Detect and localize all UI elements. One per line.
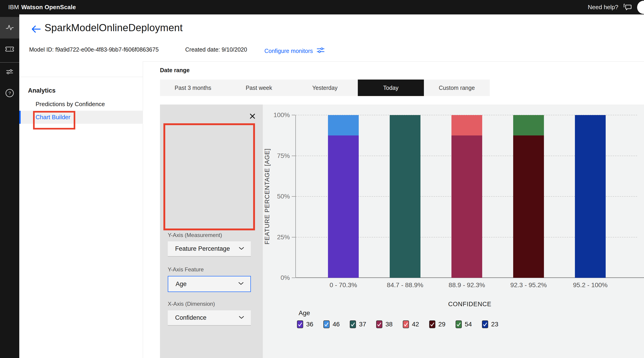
legend-item-age-23[interactable]: 23: [482, 320, 498, 328]
x-tick-label: 0 - 70.3%: [311, 281, 376, 289]
x-axis-dimension-select[interactable]: Confidence: [168, 310, 251, 326]
app-root: IBMWatson OpenScale Need help?: [0, 0, 644, 358]
bar-segment-age-38[interactable]: [452, 136, 482, 278]
filter-sliders-icon: [316, 46, 325, 55]
legend-item-age-38[interactable]: 38: [376, 320, 392, 328]
brand-name: Watson OpenScale: [21, 4, 76, 10]
analytics-panel: Analytics Predictions by Confidence Char…: [19, 61, 143, 358]
y-tick-mark: [292, 237, 296, 237]
y-tick-mark: [292, 196, 296, 197]
date-range-label: Date range: [160, 67, 190, 74]
configure-monitors-link[interactable]: Configure monitors: [264, 46, 325, 55]
legend-item-age-54[interactable]: 54: [456, 320, 472, 328]
bar-segment-age-29[interactable]: [513, 136, 544, 278]
legend-checkbox[interactable]: [297, 320, 303, 328]
legend-item-age-29[interactable]: 29: [429, 320, 446, 328]
help-icon: ?: [4, 88, 15, 99]
legend-value: 29: [438, 321, 446, 328]
legend-checkbox[interactable]: [482, 320, 488, 328]
tab-custom-range[interactable]: Custom range: [424, 80, 490, 96]
page-title: SparkModelOnlineDeployment: [44, 22, 183, 33]
need-help-link[interactable]: Need help?: [588, 4, 618, 11]
selected-indicator: [19, 111, 21, 124]
legend-checkbox[interactable]: [324, 320, 330, 328]
bar-segment-age-37[interactable]: [390, 115, 420, 278]
tab-yesterday[interactable]: Yesterday: [292, 80, 358, 96]
legend-checkbox[interactable]: [350, 320, 356, 328]
legend-item-age-37[interactable]: 37: [350, 320, 366, 328]
sidebar-item-predictions-by-confidence[interactable]: Predictions by Confidence: [19, 98, 143, 111]
x-tick-label: 84.7 - 88.9%: [373, 281, 437, 289]
brand: IBMWatson OpenScale: [8, 4, 76, 11]
nav-item-help[interactable]: ?: [0, 83, 19, 104]
analytics-heading: Analytics: [28, 87, 56, 94]
x-tick-label: 88.9 - 92.3%: [435, 281, 499, 289]
legend: 3646373842295423: [297, 320, 498, 328]
model-id: Model ID: f9a9d722-e00e-4f83-9bb7-f606f0…: [29, 46, 158, 53]
nav-item-insights[interactable]: [0, 17, 19, 38]
sliders-icon: [5, 67, 14, 77]
bar-segment-age-54[interactable]: [513, 115, 544, 136]
chart-builder-panel: Y-Axis (Measurement) Feature Percentage …: [160, 105, 263, 358]
tab-today[interactable]: Today: [358, 80, 424, 96]
bar-segment-age-46[interactable]: [328, 115, 359, 136]
y-axis-measurement-select[interactable]: Feature Percentage: [168, 241, 251, 256]
legend-checkbox[interactable]: [403, 320, 409, 328]
activity-icon: [5, 23, 14, 33]
close-button[interactable]: [248, 112, 256, 120]
tab-past-week[interactable]: Past week: [226, 80, 292, 96]
y-tick-mark: [292, 278, 296, 278]
back-button[interactable]: [30, 24, 42, 34]
y-tick-label: 25%: [263, 233, 290, 241]
nav-item-deployments[interactable]: [0, 38, 19, 60]
legend-value: 42: [412, 321, 419, 328]
legend-title: Age: [298, 309, 310, 317]
bar-segment-age-23[interactable]: [575, 115, 606, 278]
legend-checkbox[interactable]: [429, 320, 436, 328]
configure-monitors-label: Configure monitors: [264, 48, 313, 54]
svg-text:?: ?: [8, 91, 11, 96]
legend-value: 54: [465, 321, 472, 328]
meta-row: Model ID: f9a9d722-e00e-4f83-9bb7-f606f0…: [0, 45, 644, 54]
x-axis-title: CONFIDENCE: [448, 301, 492, 308]
legend-value: 23: [491, 321, 498, 328]
sidebar-item-label: Chart Builder: [36, 114, 70, 121]
legend-item-age-42[interactable]: 42: [403, 320, 419, 328]
y-axis-feature-select[interactable]: Age: [168, 276, 251, 292]
select-value: Confidence: [175, 314, 206, 321]
y-tick-label: 0%: [263, 274, 290, 282]
legend-item-age-46[interactable]: 46: [324, 320, 340, 328]
select-value: Age: [176, 281, 186, 288]
brand-prefix: IBM: [8, 4, 19, 10]
ticket-icon: [5, 44, 14, 54]
x-tick-label: 92.3 - 95.2%: [496, 281, 561, 289]
x-tick-label: 95.2 - 100%: [558, 281, 622, 289]
sidebar-item-chart-builder[interactable]: Chart Builder: [19, 111, 143, 124]
legend-item-age-36[interactable]: 36: [297, 320, 313, 328]
chevron-down-icon: [238, 282, 244, 286]
tab-past-3-months[interactable]: Past 3 months: [160, 80, 226, 96]
bar-segment-age-36[interactable]: [328, 136, 359, 278]
y-tick-label: 75%: [263, 152, 290, 160]
y-axis-measurement-label: Y-Axis (Measurement): [168, 232, 222, 238]
sidebar-item-label: Predictions by Confidence: [36, 101, 105, 108]
select-value: Feature Percentage: [175, 245, 230, 252]
chart-area: FEATURE PERCENTAGE [AGE] CONFIDENCE Age …: [263, 105, 644, 358]
y-tick-label: 100%: [263, 111, 290, 119]
avatar[interactable]: [637, 1, 644, 14]
legend-checkbox[interactable]: [376, 320, 382, 328]
sidenav: ?: [0, 14, 19, 358]
app-header: IBMWatson OpenScale Need help?: [0, 0, 644, 14]
chat-icon[interactable]: [623, 3, 632, 11]
date-range-tabs: Past 3 monthsPast weekYesterdayTodayCust…: [160, 80, 490, 96]
legend-checkbox[interactable]: [456, 320, 462, 328]
chevron-down-icon: [238, 247, 244, 251]
created-date: Created date: 9/10/2020: [185, 46, 247, 53]
x-axis-dimension-label: X-Axis (Dimension): [168, 301, 215, 307]
legend-value: 46: [332, 321, 340, 328]
nav-item-configuration[interactable]: [0, 61, 19, 83]
y-axis-feature-label: Y-Axis Feature: [168, 266, 204, 273]
bar-segment-age-42[interactable]: [452, 115, 482, 136]
y-tick-label: 50%: [263, 192, 290, 200]
legend-value: 37: [359, 321, 366, 328]
